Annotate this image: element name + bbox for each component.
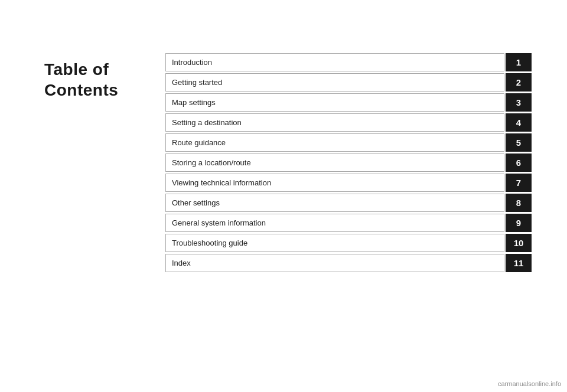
toc-number: 2 xyxy=(506,73,532,92)
toc-label: Getting started xyxy=(165,73,504,92)
toc-row[interactable]: Troubleshooting guide10 xyxy=(165,234,532,252)
toc-row[interactable]: Getting started2 xyxy=(165,73,532,92)
toc-label: Route guidance xyxy=(165,133,504,152)
toc-row[interactable]: Viewing technical information7 xyxy=(165,174,532,192)
toc-number: 7 xyxy=(506,174,532,192)
toc-label: General system information xyxy=(165,214,504,232)
toc-label: Index xyxy=(165,254,504,272)
toc-row[interactable]: Storing a location/route6 xyxy=(165,153,532,172)
toc-number: 3 xyxy=(506,93,532,112)
watermark: carmanualsonline.info xyxy=(498,380,561,387)
toc-row[interactable]: Index11 xyxy=(165,254,532,272)
toc-number: 11 xyxy=(506,254,532,272)
title-section: Table of Contents xyxy=(0,53,165,100)
toc-row[interactable]: Setting a destination4 xyxy=(165,113,532,132)
title-line2: Contents xyxy=(44,81,118,99)
toc-row[interactable]: General system information9 xyxy=(165,214,532,232)
toc-number: 10 xyxy=(506,234,532,252)
toc-row[interactable]: Other settings8 xyxy=(165,194,532,212)
toc-row[interactable]: Introduction1 xyxy=(165,53,532,71)
page-container: Table of Contents Introduction1Getting s… xyxy=(0,0,567,392)
toc-label: Introduction xyxy=(165,53,504,71)
title-line1: Table of xyxy=(44,60,109,79)
toc-row[interactable]: Map settings3 xyxy=(165,93,532,112)
toc-section: Introduction1Getting started2Map setting… xyxy=(165,53,567,274)
toc-number: 5 xyxy=(506,133,532,152)
page-title: Table of Contents xyxy=(44,59,165,100)
toc-number: 1 xyxy=(506,53,532,71)
toc-row[interactable]: Route guidance5 xyxy=(165,133,532,152)
toc-label: Troubleshooting guide xyxy=(165,234,504,252)
toc-number: 8 xyxy=(506,194,532,212)
toc-label: Other settings xyxy=(165,194,504,212)
toc-label: Storing a location/route xyxy=(165,153,504,172)
toc-number: 9 xyxy=(506,214,532,232)
toc-number: 6 xyxy=(506,153,532,172)
toc-label: Setting a destination xyxy=(165,113,504,132)
toc-label: Viewing technical information xyxy=(165,174,504,192)
toc-label: Map settings xyxy=(165,93,504,112)
toc-number: 4 xyxy=(506,113,532,132)
